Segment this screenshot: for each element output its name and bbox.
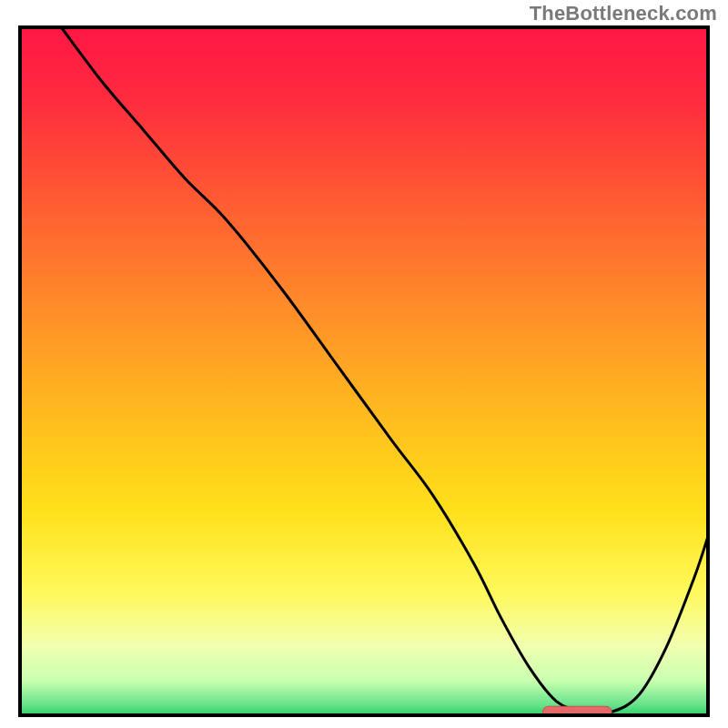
- watermark-text: TheBottleneck.com: [530, 2, 717, 25]
- gradient-background: [20, 27, 708, 715]
- chart-root: TheBottleneck.com: [0, 0, 728, 728]
- chart-stage: [18, 25, 710, 717]
- chart-svg: [18, 25, 710, 717]
